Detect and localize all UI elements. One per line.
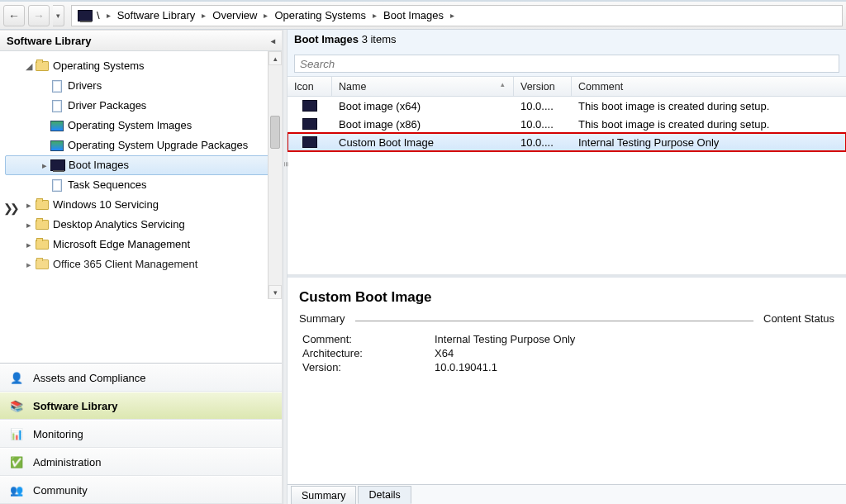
list-heading: Boot Images 3 items [288,30,846,53]
tree-label: Task Sequences [68,175,146,195]
breadcrumb-item[interactable]: Overview [212,9,257,21]
detail-label: Version: [302,361,435,373]
sort-ascending-icon: ▴ [501,80,505,88]
table-row[interactable]: Boot image (x64) 10.0.... This boot imag… [288,97,846,115]
list-count: 3 items [362,33,397,45]
breadcrumb-root[interactable]: \ [97,9,100,21]
expander-closed-icon[interactable]: ▸ [23,195,35,215]
tree-label: Boot Images [69,155,129,175]
boot-image-icon [302,118,317,130]
wunderbar-community[interactable]: 👥 Community [0,476,282,504]
tree-node-desktop-analytics[interactable]: ▸ Desktop Analytics Servicing [5,215,282,235]
expander-closed-icon[interactable]: ▸ [23,235,35,254]
tree-node-driver-packages[interactable]: Driver Packages [5,96,282,116]
expander-closed-icon[interactable]: ▸ [23,254,35,274]
folder-icon [36,200,49,210]
task-sequence-icon [52,179,62,192]
cell-version: 10.0.... [514,118,572,131]
column-header-version[interactable]: Version [514,77,572,96]
cell-version: 10.0.... [514,136,572,149]
cell-name: Custom Boot Image [332,136,514,149]
chevron-right-icon: ▸ [450,11,454,20]
os-image-icon [50,121,64,131]
breadcrumb-item[interactable]: Operating Systems [274,9,366,21]
boot-image-icon [50,159,65,171]
folder-icon [36,240,49,250]
detail-label: Comment: [302,333,435,345]
search-input[interactable] [294,55,839,73]
scroll-down-icon[interactable]: ▾ [269,285,282,299]
wunderbar-label: Community [33,484,88,497]
column-header-icon[interactable]: Icon [288,77,332,96]
wunderbar-label: Assets and Compliance [33,372,146,384]
tree-node-task-sequences[interactable]: Task Sequences [5,175,282,195]
table-row-selected[interactable]: Custom Boot Image 10.0.... Internal Test… [288,133,846,151]
cell-name: Boot image (x64) [332,100,514,112]
wunderbar-monitoring[interactable]: 📊 Monitoring [0,420,282,448]
cell-version: 10.0.... [514,100,572,112]
monitoring-icon: 📊 [8,426,25,442]
tree-node-win10-servicing[interactable]: ▸ Windows 10 Servicing [5,195,282,215]
chevron-right-icon: ▸ [264,11,268,20]
detail-label: Architecture: [302,347,435,359]
tree-node-boot-images[interactable]: ▸ Boot Images [5,155,282,175]
cell-comment: Internal Testing Purpose Only [572,136,846,149]
chevron-right-icon: ▸ [373,11,377,20]
breadcrumb-item[interactable]: Boot Images [383,9,444,21]
boot-image-icon [302,100,317,112]
detail-value-comment: Internal Testing Purpose Only [435,333,831,345]
scroll-up-icon[interactable]: ▴ [269,51,282,65]
scroll-thumb[interactable] [270,116,280,149]
breadcrumb-item[interactable]: Software Library [117,9,196,21]
table-row[interactable]: Boot image (x86) 10.0.... This boot imag… [288,115,846,133]
assets-icon: 👤 [8,369,25,386]
tree-node-office365[interactable]: ▸ Office 365 Client Management [5,254,282,274]
wunderbar-administration[interactable]: ✅ Administration [0,448,282,476]
tree-node-os-images[interactable]: Operating System Images [5,116,282,136]
tree-node-os-upgrade-packages[interactable]: Operating System Upgrade Packages [5,136,282,155]
tree-label: Operating Systems [53,56,145,76]
expander-closed-icon[interactable]: ▸ [39,155,50,175]
tree-node-operating-systems[interactable]: ◢ Operating Systems [5,56,282,76]
tree-label: Microsoft Edge Management [53,235,190,254]
tree-label: Windows 10 Servicing [53,195,159,215]
tree-label: Operating System Images [68,116,192,136]
expander-open-icon[interactable]: ◢ [23,56,35,76]
tree-label: Operating System Upgrade Packages [68,136,248,155]
chevron-right-icon: ▸ [107,11,111,20]
list-title: Boot Images [294,33,359,45]
boot-image-icon [302,136,317,148]
expand-nav-icon[interactable]: ❯❯ [3,202,17,215]
column-header-comment[interactable]: Comment [572,77,846,96]
wunderbar-assets-compliance[interactable]: 👤 Assets and Compliance [0,364,282,392]
os-upgrade-icon [50,140,64,151]
detail-title: Custom Boot Image [288,278,846,312]
wunderbar-label: Software Library [33,400,118,412]
nav-history-dropdown[interactable]: ▾ [53,5,64,26]
expander-closed-icon[interactable]: ▸ [23,215,35,235]
collapse-panel-icon[interactable]: ◂ [271,36,275,45]
tab-details[interactable]: Details [358,486,411,504]
tree-label: Desktop Analytics Servicing [53,215,185,235]
nav-back-button[interactable]: ← [3,5,25,26]
tree-scrollbar[interactable]: ▴ ▾ [268,51,282,299]
tree-node-edge-management[interactable]: ▸ Microsoft Edge Management [5,235,282,254]
library-icon: 📚 [8,397,25,414]
tree-label: Driver Packages [68,96,146,116]
tree-node-drivers[interactable]: Drivers [5,76,282,96]
tree-label: Office 365 Client Management [53,254,197,274]
detail-value-version: 10.0.19041.1 [435,361,831,373]
folder-icon [36,61,49,71]
folder-icon [36,220,49,230]
cell-comment: This boot image is created during setup. [572,118,846,131]
wunderbar-software-library[interactable]: 📚 Software Library [0,392,282,420]
column-header-name[interactable]: Name ▴ [332,77,514,96]
chevron-right-icon: ▸ [202,11,206,20]
detail-value-architecture: X64 [435,347,831,359]
nav-forward-button[interactable]: → [28,5,50,26]
package-icon [52,100,62,112]
cell-comment: This boot image is created during setup. [572,100,846,112]
tab-summary[interactable]: Summary [291,486,356,504]
wunderbar-label: Administration [33,456,101,468]
document-icon [52,80,62,93]
